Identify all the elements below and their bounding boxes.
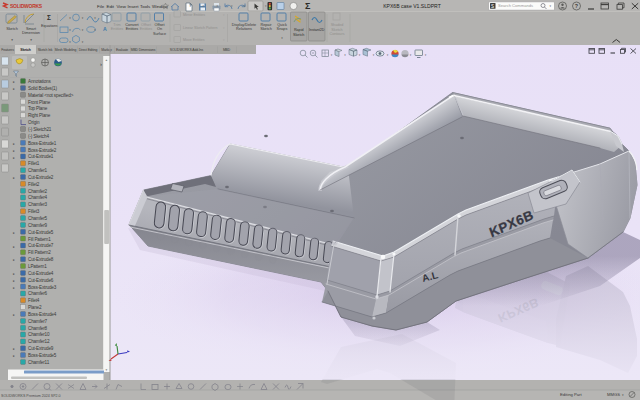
svg-text:Shaded: Shaded [331, 23, 344, 27]
svg-text:View: View [117, 4, 127, 9]
svg-text:Sketch Ink: Sketch Ink [38, 48, 53, 52]
svg-text:Cut-Extrude7: Cut-Extrude7 [28, 243, 54, 248]
svg-text:Instant2D: Instant2D [309, 28, 325, 32]
svg-text:MMGS: MMGS [607, 392, 620, 397]
svg-text:Fillet1: Fillet1 [28, 161, 40, 166]
svg-text:▸: ▸ [13, 245, 15, 249]
svg-text:Chamfer2: Chamfer2 [28, 189, 48, 194]
svg-text:▸: ▸ [13, 347, 15, 351]
svg-text:Boss-Extrude1: Boss-Extrude1 [28, 141, 57, 146]
svg-text:Plane2: Plane2 [28, 305, 42, 310]
svg-text:Sketch: Sketch [331, 28, 342, 32]
svg-text:▸: ▸ [13, 87, 15, 91]
svg-text:MBD Dimensions: MBD Dimensions [131, 48, 156, 52]
svg-text:Fillet3: Fillet3 [28, 209, 40, 214]
svg-text:Chamfer6: Chamfer6 [28, 291, 48, 296]
svg-text:▸: ▸ [13, 231, 15, 235]
svg-text:Σ: Σ [47, 14, 51, 21]
svg-text:Rapid: Rapid [294, 28, 304, 32]
svg-text:Fill Pattern2: Fill Pattern2 [28, 250, 51, 255]
svg-text:Top Plane: Top Plane [28, 106, 48, 111]
svg-text:Move Entities: Move Entities [183, 38, 205, 42]
svg-text:▸: ▸ [13, 313, 15, 317]
svg-text:(-) Sketch21: (-) Sketch21 [28, 127, 52, 132]
svg-text:▸: ▸ [13, 176, 15, 180]
svg-text:Chamfer12: Chamfer12 [28, 339, 50, 344]
svg-text:SOLIDWORKS Add-Ins: SOLIDWORKS Add-Ins [170, 48, 204, 52]
svg-text:Cut-Extrude8: Cut-Extrude8 [28, 257, 54, 262]
svg-text:Chamfer8: Chamfer8 [28, 326, 48, 331]
svg-text:Edit: Edit [107, 4, 115, 9]
svg-text:Search Commands: Search Commands [498, 3, 533, 8]
svg-text:SOLIDWORKS: SOLIDWORKS [10, 3, 43, 9]
svg-text:MBD: MBD [223, 48, 231, 52]
svg-text:Entities: Entities [111, 27, 124, 31]
svg-text:▸: ▸ [13, 354, 15, 358]
svg-text:▸: ▸ [13, 149, 15, 153]
svg-text:Material <not specified>: Material <not specified> [28, 93, 74, 98]
svg-text:Entities: Entities [140, 27, 153, 31]
svg-text:▸: ▸ [13, 258, 15, 262]
svg-text:▾: ▾ [106, 368, 108, 372]
svg-text:▸: ▸ [13, 80, 15, 84]
svg-text:▸: ▸ [13, 142, 15, 146]
svg-text:▸: ▸ [13, 272, 15, 276]
svg-text:Cut-Extrude4: Cut-Extrude4 [28, 271, 54, 276]
svg-text:SOLIDWORKS Premium 2024 SP2.0: SOLIDWORKS Premium 2024 SP2.0 [1, 394, 61, 398]
svg-text:▾: ▾ [30, 38, 32, 42]
svg-text:Editing Part: Editing Part [560, 392, 582, 397]
svg-text:(-) Sketch4: (-) Sketch4 [28, 134, 49, 139]
svg-text:LPattern1: LPattern1 [28, 264, 47, 269]
svg-text:Fillet2: Fillet2 [28, 182, 40, 187]
svg-text:Cut-Extrude5: Cut-Extrude5 [28, 230, 54, 235]
svg-text:Smart: Smart [26, 27, 37, 31]
svg-text:Features: Features [1, 48, 14, 52]
svg-text:Boss-Extrude4: Boss-Extrude4 [28, 312, 57, 317]
svg-text:?: ? [575, 3, 578, 9]
svg-text:Fill Pattern1: Fill Pattern1 [28, 237, 51, 242]
svg-text:▸: ▸ [13, 279, 15, 283]
svg-text:A: A [103, 26, 107, 32]
svg-text:›: › [100, 61, 102, 67]
svg-text:Sketch: Sketch [6, 27, 18, 31]
svg-text:Solid Bodies(1): Solid Bodies(1) [28, 86, 58, 91]
svg-text:▴: ▴ [106, 58, 108, 62]
svg-text:Evaluate: Evaluate [116, 48, 128, 52]
svg-text:Boss-Extrude2: Boss-Extrude2 [28, 148, 57, 153]
svg-text:S: S [491, 4, 494, 9]
svg-text:▾: ▾ [11, 38, 13, 42]
svg-text:Chamfer3: Chamfer3 [28, 202, 48, 207]
svg-text:Relations: Relations [236, 27, 252, 31]
svg-text:Origin: Origin [28, 120, 40, 125]
svg-text:Mesh Modeling: Mesh Modeling [55, 48, 77, 52]
svg-text:Fillet4: Fillet4 [28, 298, 40, 303]
svg-text:Cut-Extrude9: Cut-Extrude9 [28, 346, 54, 351]
svg-text:Sketch: Sketch [293, 33, 304, 37]
svg-text:Cut-Extrude2: Cut-Extrude2 [28, 175, 54, 180]
svg-text:Chamfer5: Chamfer5 [28, 216, 48, 221]
svg-text:Chamfer7: Chamfer7 [28, 319, 48, 324]
svg-text:Front Plane: Front Plane [28, 100, 51, 105]
svg-text:Chamfer10: Chamfer10 [28, 332, 50, 337]
svg-text:Boss-Extrude3: Boss-Extrude3 [28, 285, 57, 290]
svg-text:Dimension: Dimension [22, 31, 40, 35]
svg-text:Chamfer1: Chamfer1 [28, 168, 48, 173]
svg-text:Mirror Entities: Mirror Entities [183, 13, 205, 17]
svg-text:Snaps: Snaps [277, 27, 288, 31]
svg-text:Direct Editing: Direct Editing [79, 48, 98, 52]
svg-text:KPX6B case V1.SLDPRT: KPX6B case V1.SLDPRT [383, 3, 441, 9]
svg-text:Tools: Tools [140, 4, 151, 9]
svg-text:Chamfer4: Chamfer4 [28, 195, 48, 200]
svg-text:Chamfer9: Chamfer9 [28, 223, 48, 228]
svg-text:Surface: Surface [153, 32, 166, 36]
svg-text:Cut-Extrude6: Cut-Extrude6 [28, 278, 54, 283]
svg-text:Cut-Extrude1: Cut-Extrude1 [28, 154, 54, 159]
svg-text:▸: ▸ [13, 156, 15, 160]
svg-text:Annotations: Annotations [28, 79, 51, 84]
svg-text:Boss-Extrude5: Boss-Extrude5 [28, 353, 57, 358]
svg-text:▸: ▸ [13, 286, 15, 290]
svg-text:Σ: Σ [305, 1, 311, 11]
svg-text:Insert: Insert [128, 4, 140, 9]
svg-text:Sketch: Sketch [20, 48, 30, 52]
svg-text:Sketch: Sketch [260, 27, 272, 31]
